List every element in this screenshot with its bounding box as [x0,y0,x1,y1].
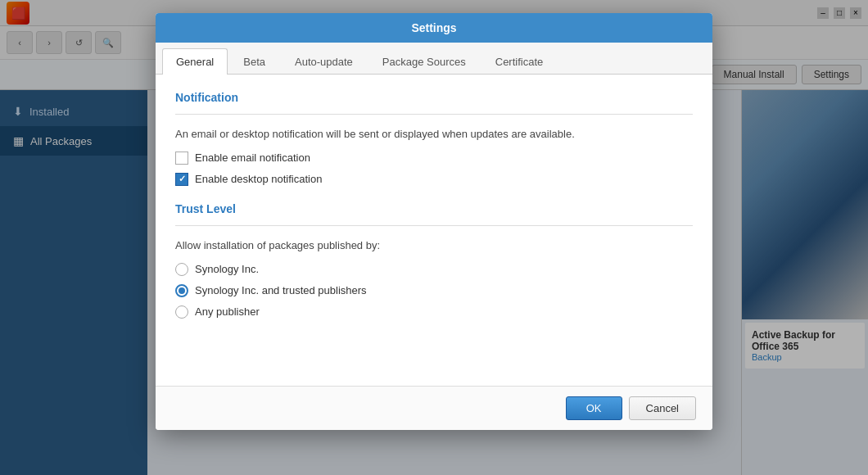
radio-synology-only-row: Synology Inc. [175,263,693,276]
desktop-notification-row: Enable desktop notification [175,173,693,186]
notification-title: Notification [175,91,693,104]
desktop-notification-label[interactable]: Enable desktop notification [195,173,322,185]
modal-footer: OK Cancel [156,386,712,430]
tab-package-sources[interactable]: Package Sources [368,48,480,75]
radio-synology-trusted-row: Synology Inc. and trusted publishers [175,284,693,297]
tab-certificate[interactable]: Certificate [481,48,558,75]
trust-level-section: Trust Level Allow installation of packag… [175,202,693,319]
modal-titlebar: Settings [156,13,712,43]
radio-any-publisher-row: Any publisher [175,305,693,319]
radio-any-publisher-label[interactable]: Any publisher [195,305,260,318]
trust-level-title: Trust Level [175,202,693,215]
radio-synology-trusted[interactable] [175,284,188,297]
email-notification-row: Enable email notification [175,152,693,165]
radio-synology-trusted-label[interactable]: Synology Inc. and trusted publishers [195,284,367,296]
tab-general[interactable]: General [162,48,228,75]
trust-level-divider [175,225,693,226]
radio-synology-only-label[interactable]: Synology Inc. [195,263,259,275]
notification-desc: An email or desktop notification will be… [175,128,693,140]
ok-button[interactable]: OK [566,396,622,420]
modal-overlay: Settings General Beta Auto-update Packag… [0,0,868,475]
radio-any-publisher[interactable] [175,305,188,319]
trust-level-desc: Allow installation of packages published… [175,239,693,251]
desktop-notification-checkbox[interactable] [175,173,188,186]
tab-beta[interactable]: Beta [229,48,279,75]
modal-body: Notification An email or desktop notific… [156,75,712,386]
settings-modal: Settings General Beta Auto-update Packag… [156,13,712,430]
radio-synology-only[interactable] [175,263,188,276]
modal-tabs: General Beta Auto-update Package Sources… [156,43,712,75]
email-notification-checkbox[interactable] [175,152,188,165]
modal-title: Settings [411,21,456,34]
email-notification-label[interactable]: Enable email notification [195,152,310,164]
notification-divider [175,114,693,115]
notification-section: Notification An email or desktop notific… [175,91,693,186]
cancel-button[interactable]: Cancel [629,396,696,420]
tab-auto-update[interactable]: Auto-update [281,48,367,75]
